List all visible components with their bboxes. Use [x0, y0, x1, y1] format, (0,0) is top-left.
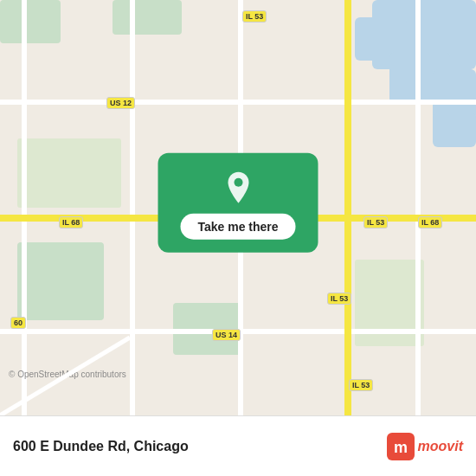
road-v-2 [130, 0, 135, 415]
road-label-il53-top: IL 53 [242, 10, 267, 23]
park-3 [17, 242, 104, 320]
location-pin-icon [221, 170, 255, 205]
road-label-il53-bottom: IL 53 [349, 379, 373, 391]
map-popup: Take me there [158, 153, 318, 253]
svg-text:m: m [394, 439, 408, 456]
address-label: 600 E Dundee Rd, Chicago [13, 439, 189, 454]
road-label-us12: US 12 [106, 97, 135, 109]
map-container: IL 53 IL 68 IL 68 IL 68 IL 53 IL 53 IL 5… [0, 0, 476, 415]
svg-line-0 [0, 338, 130, 415]
park-1 [0, 0, 61, 43]
hwy-il53 [344, 0, 351, 415]
moovit-icon: m [387, 433, 415, 460]
road-label-il68-left: IL 68 [59, 216, 83, 228]
bottom-bar: 600 E Dundee Rd, Chicago m moovit [0, 415, 476, 476]
park-4 [17, 138, 121, 208]
water-area-5 [433, 113, 476, 147]
moovit-logo: m moovit [387, 433, 463, 460]
road-label-il53-lower: IL 53 [327, 293, 351, 305]
svg-point-1 [234, 178, 242, 187]
road-v-5 [415, 0, 421, 415]
take-me-there-button[interactable]: Take me there [180, 214, 295, 240]
road-label-il53-mid: IL 53 [363, 216, 388, 228]
road-label-us14: US 14 [212, 329, 241, 341]
road-label-60: 60 [10, 317, 26, 329]
moovit-text: moovit [418, 439, 463, 454]
road-label-il68-right: IL 68 [418, 216, 442, 228]
road-h-1 [0, 100, 476, 105]
park-2 [113, 0, 182, 35]
